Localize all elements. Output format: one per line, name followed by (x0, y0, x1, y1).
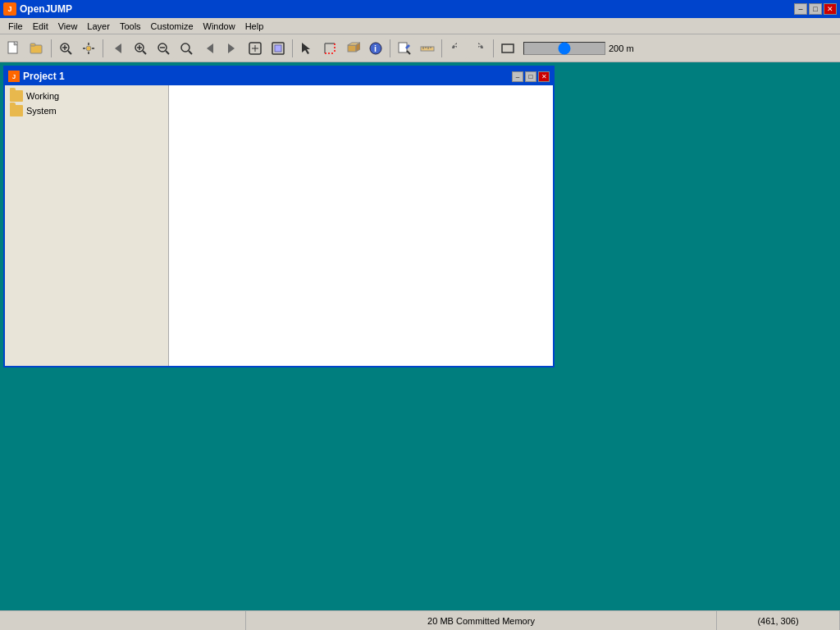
menu-item-window[interactable]: Window (199, 20, 240, 33)
layer-name-working: Working (26, 91, 59, 101)
maximize-button[interactable]: □ (809, 3, 822, 15)
project-title: Project 1 (23, 71, 512, 82)
svg-marker-26 (302, 43, 310, 54)
rectangle-button[interactable] (497, 38, 518, 59)
zoom-slider-area: 200 m (523, 42, 637, 55)
layer-name-system: System (26, 106, 57, 116)
info-button[interactable]: i (365, 38, 386, 59)
menu-item-tools[interactable]: Tools (115, 20, 146, 33)
project-maximize-button[interactable]: □ (525, 71, 536, 82)
layer-item-system[interactable]: System (8, 103, 165, 118)
zoom-slider[interactable] (523, 42, 605, 55)
app-icon: J (3, 2, 16, 16)
folder-icon-system (10, 105, 23, 116)
status-coordinates: (461, 306) (717, 611, 840, 630)
title-bar: J OpenJUMP – □ ✕ (0, 0, 840, 18)
menu-item-file[interactable]: File (3, 20, 28, 33)
zoom-scale-button[interactable] (176, 38, 197, 59)
project-icon: J (8, 71, 20, 82)
measure-button[interactable] (417, 38, 438, 59)
svg-line-37 (407, 51, 410, 54)
project-close-button[interactable]: ✕ (538, 71, 550, 82)
zoom-out-button[interactable] (153, 38, 174, 59)
fence-button[interactable] (319, 38, 340, 59)
separator4 (390, 39, 390, 57)
back-button[interactable] (107, 38, 128, 59)
toolbar: i 200 m (0, 34, 840, 62)
project-minimize-button[interactable]: – (512, 71, 523, 82)
menu-bar: FileEditViewLayerToolsCustomizeWindowHel… (0, 18, 840, 34)
svg-rect-44 (502, 44, 514, 52)
pan-button[interactable] (78, 38, 99, 59)
svg-rect-3 (30, 43, 35, 46)
svg-rect-39 (421, 47, 434, 51)
zoom-layer-button[interactable] (244, 38, 266, 59)
separator2 (103, 39, 103, 57)
separator5 (441, 39, 442, 57)
layer-panel: Working System (5, 85, 169, 366)
svg-marker-9 (115, 43, 121, 53)
svg-rect-25 (275, 45, 281, 52)
menu-item-layer[interactable]: Layer (82, 20, 115, 33)
map-view[interactable] (169, 85, 553, 366)
svg-line-18 (189, 51, 192, 54)
status-left (0, 611, 246, 630)
window-controls: – □ ✕ (794, 3, 837, 15)
zoom-label: 200 m (609, 43, 637, 53)
layer-item-working[interactable]: Working (8, 89, 165, 103)
close-button[interactable]: ✕ (824, 3, 837, 15)
zoom-mode-button[interactable] (55, 38, 76, 59)
project-controls: – □ ✕ (512, 71, 550, 82)
zoom-in-button[interactable] (130, 38, 151, 59)
main-area: J Project 1 – □ ✕ Working System (0, 62, 840, 610)
separator1 (51, 39, 52, 57)
svg-text:i: i (374, 43, 377, 53)
project-title-bar[interactable]: J Project 1 – □ ✕ (5, 67, 553, 85)
menu-item-view[interactable]: View (53, 20, 83, 33)
app-title: OpenJUMP (20, 3, 794, 15)
separator6 (493, 39, 494, 57)
edit-button[interactable] (394, 38, 415, 59)
svg-line-15 (166, 51, 169, 54)
status-bar: 20 MB Committed Memory (461, 306) (0, 610, 840, 630)
open-button[interactable] (26, 38, 48, 59)
select-button[interactable] (296, 38, 317, 59)
undo-button[interactable] (445, 38, 467, 59)
menu-item-customize[interactable]: Customize (146, 20, 199, 33)
zoom-all-button[interactable] (267, 38, 289, 59)
project-content: Working System (5, 85, 553, 366)
menu-item-help[interactable]: Help (240, 20, 269, 33)
status-memory: 20 MB Committed Memory (246, 611, 717, 630)
minimize-button[interactable]: – (794, 3, 807, 15)
svg-line-5 (68, 51, 71, 54)
menu-item-edit[interactable]: Edit (28, 20, 53, 33)
new-button[interactable] (3, 38, 25, 59)
svg-marker-20 (228, 43, 235, 53)
folder-icon-working (10, 90, 23, 102)
box-button[interactable] (342, 38, 363, 59)
separator3 (292, 39, 293, 57)
svg-point-17 (181, 43, 189, 52)
svg-marker-19 (207, 43, 213, 53)
svg-point-8 (86, 46, 91, 51)
svg-line-11 (143, 51, 146, 54)
next-button[interactable] (221, 38, 243, 59)
prev-button[interactable] (199, 38, 220, 59)
project-window: J Project 1 – □ ✕ Working System (3, 66, 555, 368)
redo-button[interactable] (468, 38, 490, 59)
svg-rect-31 (348, 45, 356, 52)
